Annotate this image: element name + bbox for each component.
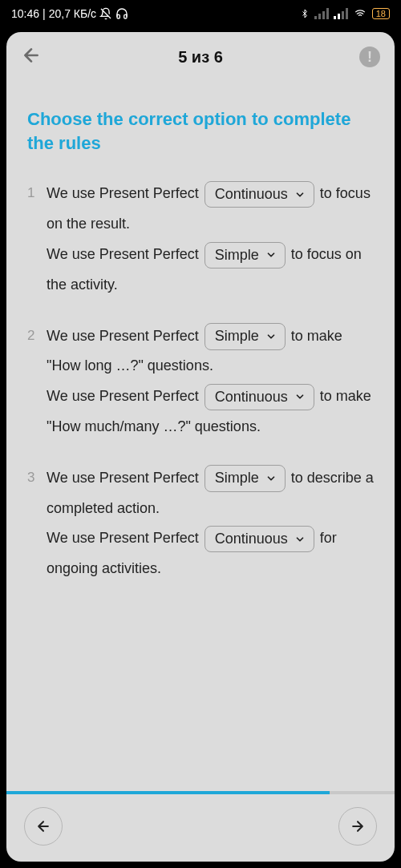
chevron-down-icon [265,331,277,342]
text-segment: We use Present Perfect [47,185,203,201]
next-button[interactable] [338,807,377,846]
signal-icon-2 [334,8,348,19]
battery-level: 18 [376,9,386,18]
text-segment: We use Present Perfect [47,388,203,404]
status-left: 10:46 | 20,7 КБ/с [11,7,128,20]
progress-fill [6,791,330,794]
instruction-text: Choose the correct option to complete th… [27,107,374,155]
dropdown-select[interactable]: Simple [205,465,286,491]
dropdown-value: Simple [215,327,259,345]
status-net: 20,7 КБ/с [49,7,96,20]
text-segment: We use Present Perfect [47,470,203,486]
svg-rect-2 [322,11,325,19]
app-card: 5 из 6 ! Choose the correct option to co… [6,32,395,862]
question-2: 2 We use Present Perfect Simple to make … [27,321,374,442]
question-body: We use Present Perfect Simple to make "H… [47,321,374,442]
chevron-down-icon [265,473,277,484]
progress-bar [6,791,395,794]
question-body: We use Present Perfect Simple to describ… [47,463,374,584]
exclamation-icon: ! [367,49,372,66]
dropdown-select[interactable]: Simple [205,242,286,268]
bottom-nav [6,794,395,862]
report-button[interactable]: ! [359,46,380,67]
dropdown-value: Simple [215,469,259,487]
arrow-left-icon [35,818,51,834]
dropdown-select[interactable]: Continuous [205,384,314,410]
page-title: 5 из 6 [178,48,223,67]
prev-button[interactable] [24,807,63,846]
bluetooth-icon [300,7,310,20]
svg-rect-5 [338,14,340,19]
dropdown-value: Continuous [215,388,288,406]
app-header: 5 из 6 ! [6,32,395,75]
chevron-down-icon [294,534,306,545]
text-segment: We use Present Perfect [47,246,203,262]
question-number: 2 [27,321,47,442]
chevron-down-icon [294,189,306,200]
chevron-down-icon [294,391,306,402]
question-number: 3 [27,463,47,584]
headphones-icon [115,7,128,20]
bell-off-icon [99,7,112,20]
arrow-left-icon [21,45,42,66]
dropdown-select[interactable]: Simple [205,323,286,349]
status-right: 18 [300,7,390,20]
dropdown-value: Continuous [215,530,288,548]
svg-rect-0 [314,16,317,19]
battery-icon: 18 [372,8,390,19]
dropdown-value: Continuous [215,185,288,204]
status-bar: 10:46 | 20,7 КБ/с 18 [0,0,401,27]
dropdown-select[interactable]: Continuous [205,526,314,552]
signal-icon [314,8,329,19]
svg-rect-7 [346,8,348,19]
wifi-icon [353,8,367,19]
svg-rect-3 [326,8,329,19]
question-body: We use Present Perfect Continuous to foc… [47,179,374,300]
status-divider: | [43,7,46,20]
svg-rect-1 [318,14,321,19]
question-1: 1 We use Present Perfect Continuous to f… [27,179,374,300]
svg-rect-4 [334,16,336,19]
question-number: 1 [27,179,47,300]
content-area: Choose the correct option to complete th… [6,75,395,791]
dropdown-value: Simple [215,246,259,264]
chevron-down-icon [265,249,277,260]
dropdown-select[interactable]: Continuous [205,181,314,208]
text-segment: We use Present Perfect [47,530,203,546]
text-segment: We use Present Perfect [47,328,203,344]
status-time: 10:46 [11,7,39,20]
svg-rect-6 [342,11,344,19]
question-3: 3 We use Present Perfect Simple to descr… [27,463,374,584]
arrow-right-icon [350,818,366,834]
back-button[interactable] [21,45,42,69]
